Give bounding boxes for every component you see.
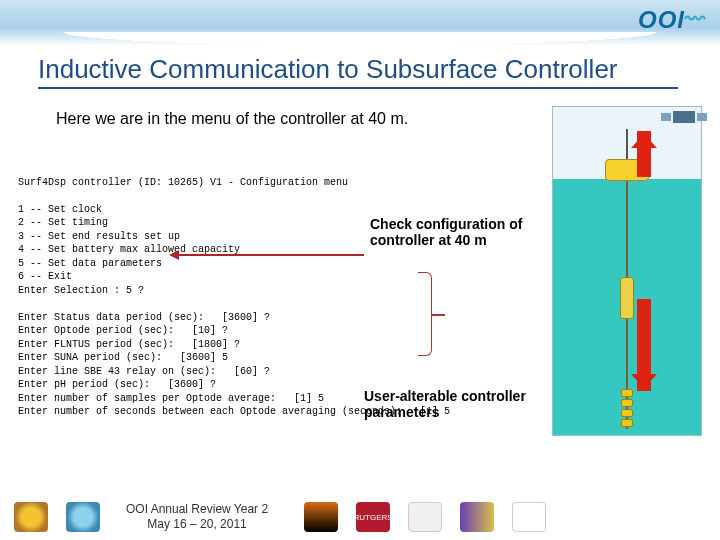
- intro-text: Here we are in the menu of the controlle…: [56, 110, 408, 128]
- sponsor-logo-7: [512, 502, 546, 532]
- buoy-mast: [626, 129, 628, 159]
- controller-40m: [620, 277, 634, 319]
- satellite-icon: [673, 111, 695, 123]
- terminal-prompt: Enter Selection : 5 ?: [18, 285, 144, 296]
- mooring-diagram: [552, 106, 702, 436]
- menu-item: 5 -- Set data parameters: [18, 258, 162, 269]
- sponsor-logo-2: [66, 502, 100, 532]
- anchor-weights: [621, 387, 633, 429]
- arrow-to-selection: [172, 254, 364, 256]
- param-line: Enter pH period (sec): [3600] ?: [18, 379, 216, 390]
- param-line: Enter Optode period (sec): [10] ?: [18, 325, 228, 336]
- callout-user-alterable: User-alterable controller parameters: [364, 388, 584, 420]
- osu-logo: [304, 502, 338, 532]
- menu-item: 3 -- Set end results set up: [18, 231, 180, 242]
- menu-item: 1 -- Set clock: [18, 204, 102, 215]
- downlink-arrow-icon: [637, 299, 651, 391]
- footer-text: OOI Annual Review Year 2 May 16 – 20, 20…: [126, 502, 268, 532]
- callout-config: Check configuration of controller at 40 …: [370, 216, 560, 248]
- footer: OOI Annual Review Year 2 May 16 – 20, 20…: [0, 494, 720, 540]
- param-line: Enter SUNA period (sec): [3600] 5: [18, 352, 228, 363]
- header-banner: OOI〰: [0, 0, 720, 46]
- bracket-params: [418, 272, 432, 356]
- param-line: Enter FLNTUS period (sec): [1800] ?: [18, 339, 240, 350]
- menu-item: 2 -- Set timing: [18, 217, 108, 228]
- param-line: Enter number of samples per Optode avera…: [18, 393, 324, 404]
- wave-icon: 〰: [685, 8, 706, 30]
- param-line: Enter line SBE 43 relay on (sec): [60] ?: [18, 366, 270, 377]
- uw-logo: [460, 502, 494, 532]
- param-line: Enter Status data period (sec): [3600] ?: [18, 312, 270, 323]
- slide-title: Inductive Communication to Subsurface Co…: [38, 54, 678, 89]
- uplink-arrow-icon: [637, 131, 651, 177]
- terminal-output: Surf4Dsp controller (ID: 10265) V1 - Con…: [18, 162, 428, 419]
- sponsor-logo-5: [408, 502, 442, 532]
- terminal-header: Surf4Dsp controller (ID: 10265) V1 - Con…: [18, 177, 348, 188]
- ooi-logo: OOI〰: [638, 6, 706, 34]
- sponsor-logo-1: [14, 502, 48, 532]
- rutgers-logo: RUTGERS: [356, 502, 390, 532]
- menu-item: 6 -- Exit: [18, 271, 72, 282]
